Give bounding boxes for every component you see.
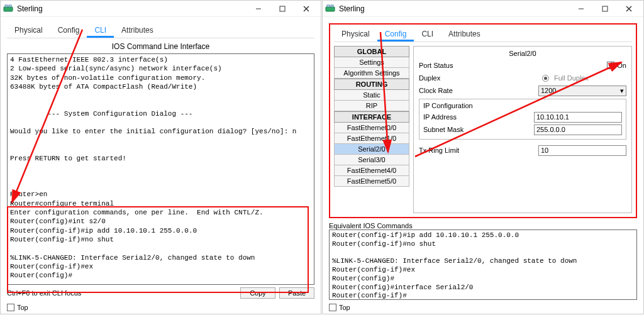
port-status-on-label: On xyxy=(617,62,626,69)
full-duplex-radio xyxy=(542,75,549,82)
tab-attributes[interactable]: Attributes xyxy=(441,27,488,41)
titlebar: Sterling xyxy=(323,1,643,17)
annotation-box: Physical Config CLI Attributes GLOBAL Se… xyxy=(329,23,637,218)
sidebar-cat-routing: ROUTING xyxy=(334,79,409,90)
duplex-label: Duplex xyxy=(419,74,482,82)
equivalent-commands-output[interactable]: Router(config-if)#ip add 10.10.10.1 255.… xyxy=(329,229,637,300)
top-checkbox-row: Top xyxy=(7,300,314,311)
window-controls xyxy=(247,1,318,16)
top-label: Top xyxy=(339,304,350,311)
subnet-mask-label: Subnet Mask xyxy=(423,126,486,133)
svg-rect-0 xyxy=(4,7,13,11)
sidebar-cat-interface: INTERFACE xyxy=(334,111,409,123)
paste-button[interactable]: Paste xyxy=(279,287,314,299)
close-button[interactable] xyxy=(294,1,318,16)
sidebar-cat-global: GLOBAL xyxy=(334,46,409,57)
ip-address-label: IP Address xyxy=(423,113,486,121)
config-body: GLOBAL Settings Algorithm Settings ROUTI… xyxy=(334,46,632,213)
sidebar-item-fe40[interactable]: FastEthernet4/0 xyxy=(334,165,409,176)
tab-config[interactable]: Config xyxy=(377,27,414,41)
svg-rect-8 xyxy=(326,7,335,11)
tab-attributes[interactable]: Attributes xyxy=(114,23,161,38)
ip-config-label: IP Configuration xyxy=(423,102,622,109)
minimize-button[interactable] xyxy=(247,1,270,16)
svg-rect-10 xyxy=(331,5,333,7)
sidebar-item-algorithm-settings[interactable]: Algorithm Settings xyxy=(334,68,409,79)
port-status-label: Port Status xyxy=(419,62,482,69)
config-panel: Serial2/0 Port Status On Duplex Full Dup… xyxy=(413,46,632,213)
window-sterling-config: Sterling Physical Config CLI Attributes … xyxy=(322,0,644,314)
copy-button[interactable]: Copy xyxy=(240,287,275,299)
chevron-down-icon: ▾ xyxy=(620,87,624,95)
tab-cli[interactable]: CLI xyxy=(414,27,441,41)
window-title: Sterling xyxy=(17,4,247,13)
titlebar: Sterling xyxy=(1,1,321,17)
maximize-button[interactable] xyxy=(270,1,294,16)
sidebar-item-settings[interactable]: Settings xyxy=(334,57,409,68)
top-checkbox[interactable] xyxy=(7,304,14,311)
tx-ring-limit-label: Tx Ring Limit xyxy=(419,146,482,154)
tabs: Physical Config CLI Attributes xyxy=(7,23,314,38)
tab-config[interactable]: Config xyxy=(50,23,87,38)
top-checkbox-row: Top xyxy=(329,300,637,311)
cli-heading: IOS Command Line Interface xyxy=(7,38,314,53)
sidebar-item-fe10[interactable]: FastEthernet1/0 xyxy=(334,133,409,144)
tx-ring-limit-input[interactable] xyxy=(538,145,626,156)
svg-rect-4 xyxy=(280,6,285,11)
window-content: Physical Config CLI Attributes GLOBAL Se… xyxy=(323,17,643,314)
sidebar-item-rip[interactable]: RIP xyxy=(334,101,409,111)
tab-physical[interactable]: Physical xyxy=(7,23,50,38)
clock-rate-value: 1200 xyxy=(541,87,556,94)
cli-hint: Ctrl+F6 to exit CLI focus xyxy=(7,289,236,297)
sidebar-item-static[interactable]: Static xyxy=(334,90,409,101)
port-status-checkbox[interactable] xyxy=(607,62,614,69)
svg-rect-1 xyxy=(5,5,8,7)
config-sidebar: GLOBAL Settings Algorithm Settings ROUTI… xyxy=(334,46,409,213)
sidebar-item-fe50[interactable]: FastEthernet5/0 xyxy=(334,176,409,187)
clock-rate-select[interactable]: 1200 ▾ xyxy=(538,86,626,96)
sidebar-item-serial20[interactable]: Serial2/0 xyxy=(334,144,409,155)
close-button[interactable] xyxy=(617,1,641,16)
svg-rect-12 xyxy=(602,6,608,11)
window-title: Sterling xyxy=(339,4,569,13)
equivalent-commands-label: Equivalent IOS Commands xyxy=(329,222,637,229)
app-icon xyxy=(325,4,335,14)
clock-rate-label: Clock Rate xyxy=(419,87,482,94)
svg-rect-9 xyxy=(327,5,330,7)
subnet-mask-input[interactable] xyxy=(534,124,622,135)
top-checkbox[interactable] xyxy=(329,304,336,311)
panel-title: Serial2/0 xyxy=(419,49,626,58)
window-controls xyxy=(569,1,641,16)
top-label: Top xyxy=(17,304,28,311)
full-duplex-label: Full Duplex xyxy=(554,74,589,82)
tab-physical[interactable]: Physical xyxy=(334,27,377,41)
cli-output[interactable]: 4 FastEthernet/IEEE 802.3 interface(s) 2… xyxy=(7,53,314,285)
app-icon xyxy=(3,4,13,14)
ip-config-group: IP Configuration IP Address Subnet Mask xyxy=(419,99,626,140)
window-sterling-cli: Sterling Physical Config CLI Attributes … xyxy=(0,0,321,314)
sidebar-item-serial30[interactable]: Serial3/0 xyxy=(334,155,409,165)
tabs: Physical Config CLI Attributes xyxy=(334,27,632,42)
sidebar-item-fe00[interactable]: FastEthernet0/0 xyxy=(334,123,409,133)
ip-address-input[interactable] xyxy=(534,112,622,123)
tab-cli[interactable]: CLI xyxy=(87,23,114,38)
maximize-button[interactable] xyxy=(593,1,617,16)
svg-rect-2 xyxy=(9,5,11,7)
minimize-button[interactable] xyxy=(569,1,593,16)
window-content: Physical Config CLI Attributes IOS Comma… xyxy=(1,17,321,314)
cli-footer: Ctrl+F6 to exit CLI focus Copy Paste xyxy=(7,285,314,300)
